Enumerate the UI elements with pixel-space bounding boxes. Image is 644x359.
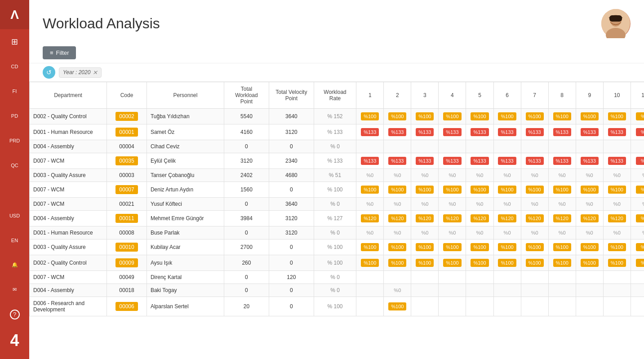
cell-month-9: %120 [576,211,603,226]
cell-month-7: %0 [521,226,548,239]
sidebar-item-grid[interactable]: ⊞ [0,29,29,54]
cell-month-5: %0 [466,198,493,211]
toolbar: ≡ Filter [29,43,644,63]
cell-month-3: %133 [411,153,439,169]
cell-month-4: %0 [439,226,466,239]
header: Workload Analysis [29,0,644,43]
cell-month-8: %0 [548,198,576,211]
filter-button[interactable]: ≡ Filter [43,46,76,59]
cell-month-4 [439,297,466,316]
sidebar-item-prd[interactable]: PRD [0,128,29,153]
cell-department: D003 - Quality Assure [30,169,107,182]
cell-department: D004 - Assembly [30,140,107,153]
cell-month-10: %0 [603,169,631,182]
col-header-4: 4 [439,82,466,109]
cell-month-8 [548,297,576,316]
table-container[interactable]: Department Code Personnel TotalWorkloadP… [29,82,644,359]
sidebar-item-cd[interactable]: CD [0,54,29,79]
cell-month-1: %100 [356,255,384,271]
sidebar-item-bell[interactable]: 🔔 [0,253,29,277]
sidebar-item-help[interactable]: ? [0,302,29,327]
cell-personnel: Samet Öz [147,124,224,140]
cell-wr: % 133 [314,124,356,140]
cell-month-1 [356,140,384,153]
cell-month-6: %133 [493,124,521,140]
tag-close-icon[interactable]: ✕ [93,69,98,76]
sidebar-item-usd[interactable]: USD [0,203,29,228]
cell-code: 00011 [107,211,147,226]
col-header-tvp: Total VelocityPoint [269,82,314,109]
cell-code: 00049 [107,271,147,284]
cell-personnel: Tuğba Yıldızhan [147,109,224,124]
cell-month-5 [466,297,493,316]
cell-month-5 [466,271,493,284]
sidebar-qc-label: QC [11,163,18,168]
cell-month-4: %0 [439,198,466,211]
cell-personnel: Yusuf Köfteci [147,198,224,211]
sidebar-prd-label: PRD [9,138,20,143]
cell-wr: % 100 [314,182,356,198]
cell-month-11 [631,271,644,284]
sidebar-item-qc[interactable]: QC [0,153,29,177]
cell-twp: 4160 [224,124,269,140]
cell-month-6 [493,271,521,284]
col-header-5: 5 [466,82,493,109]
cell-code: 00008 [107,226,147,239]
sidebar-item-pd[interactable]: PD [0,103,29,128]
cell-code: 00003 [107,169,147,182]
cell-month-2: %133 [384,124,411,140]
cell-tvp: 0 [269,239,314,255]
cell-tvp: 0 [269,255,314,271]
cell-month-5: %0 [466,169,493,182]
cell-month-5: %133 [466,124,493,140]
table-row: D007 - WCM00035Eylül Çelik31202340% 133%… [30,153,644,169]
cell-month-3: %0 [411,226,439,239]
cell-twp: 1560 [224,182,269,198]
logo-icon: Λ [10,8,19,22]
table-row: D001 - Human Resource00001Samet Öz416031… [30,124,644,140]
sidebar-item-chat[interactable]: ✉ [0,277,29,302]
table-row: D006 - Research and Development00006Alpa… [30,297,644,316]
cell-month-10: %100 [603,239,631,255]
main-content: Workload Analysis ≡ Filter ↺ Year : [29,0,644,359]
cell-month-7 [521,271,548,284]
cell-month-2: %0 [384,198,411,211]
cell-month-11: %1 [631,182,644,198]
cell-wr: % 100 [314,297,356,316]
cell-month-7 [521,297,548,316]
cell-wr: % 51 [314,169,356,182]
cell-tvp: 3120 [269,226,314,239]
cell-month-11: % [631,198,644,211]
year-filter-tag[interactable]: Year : 2020 ✕ [59,67,102,78]
sidebar-logo[interactable]: Λ [0,0,29,29]
cell-month-5: %100 [466,239,493,255]
sidebar-item-en[interactable]: EN [0,228,29,253]
sidebar-fi-label: FI [13,89,17,94]
col-header-code: Code [107,82,147,109]
cell-twp: 3120 [224,153,269,169]
table-row: D002 - Quality Control00009Aysu Işık2600… [30,255,644,271]
col-header-3: 3 [411,82,439,109]
cell-month-10: %0 [603,226,631,239]
cell-tvp: 0 [269,297,314,316]
cell-department: D007 - WCM [30,271,107,284]
cell-month-2: %100 [384,109,411,124]
cell-code: 00018 [107,284,147,297]
cell-month-3: %100 [411,239,439,255]
cell-month-4: %100 [439,109,466,124]
cell-month-4: %0 [439,169,466,182]
table-row: D007 - WCM00049Direnç Kartal0120% 0 [30,271,644,284]
help-icon: ? [10,310,20,319]
refresh-button[interactable]: ↺ [43,66,55,79]
cell-month-4: %133 [439,124,466,140]
cell-month-7: %133 [521,124,548,140]
sidebar-item-fi[interactable]: FI [0,79,29,103]
cell-month-4 [439,284,466,297]
col-header-1: 1 [356,82,384,109]
cell-department: D001 - Human Resource [30,124,107,140]
cell-month-4: %100 [439,255,466,271]
cell-month-8 [548,284,576,297]
cell-personnel: Buse Parlak [147,226,224,239]
cell-code: 00009 [107,255,147,271]
cell-personnel: Deniz Artun Aydın [147,182,224,198]
